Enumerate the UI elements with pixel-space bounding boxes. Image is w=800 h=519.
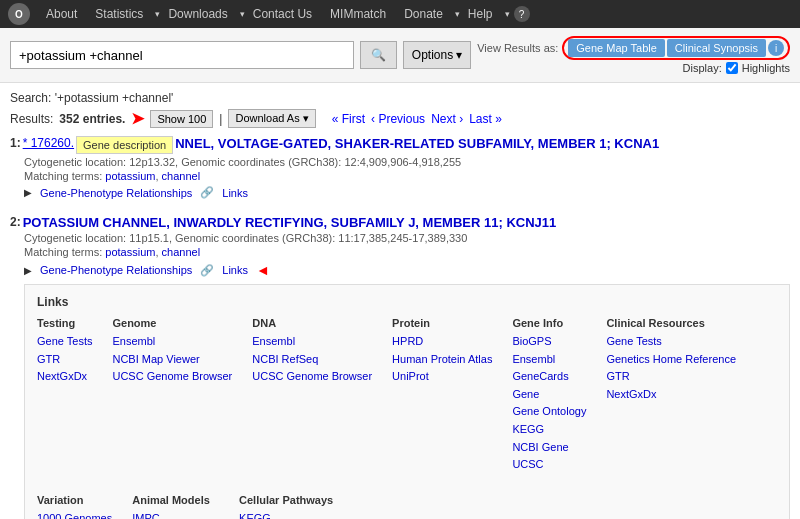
link-gene-tests-1[interactable]: Gene Tests — [37, 333, 92, 351]
link-ncbi-refseq[interactable]: NCBI RefSeq — [252, 351, 372, 369]
link-biogps[interactable]: BioGPS — [512, 333, 586, 351]
link-nextgxdx-1[interactable]: NextGxDx — [37, 368, 92, 386]
links-col-dna: DNA Ensembl NCBI RefSeq UCSC Genome Brow… — [252, 317, 372, 474]
links-box-header: Links — [37, 295, 777, 309]
link-ncbi-gene[interactable]: NCBI Gene — [512, 439, 586, 457]
search-input[interactable] — [10, 41, 354, 69]
nav-next[interactable]: Next › — [431, 112, 463, 126]
nav-about[interactable]: About — [38, 3, 85, 25]
nav-contact[interactable]: Contact Us — [245, 3, 320, 25]
result-2-links-link[interactable]: Links — [222, 264, 248, 276]
download-button[interactable]: Download As ▾ — [228, 109, 315, 128]
search-button[interactable]: 🔍 — [360, 41, 397, 69]
result-1-gene-phenotype-link[interactable]: Gene-Phenotype Relationships — [40, 187, 192, 199]
show-arrow-annotation: ➤ — [131, 109, 144, 128]
links-col-cellular-heading: Cellular Pathways — [239, 494, 333, 506]
links-col-clinical-heading: Clinical Resources — [606, 317, 736, 329]
link-uniprot[interactable]: UniProt — [392, 368, 492, 386]
link-genecards[interactable]: GeneCards — [512, 368, 586, 386]
gene-phenotype-triangle-icon: ▶ — [24, 187, 32, 198]
links-icon: 🔗 — [200, 186, 214, 199]
result-1-links-link[interactable]: Links — [222, 187, 248, 199]
link-gtr-clinical[interactable]: GTR — [606, 368, 736, 386]
results-meta: Results: 352 entries. ➤ Show 100 | Downl… — [10, 109, 790, 128]
result-1-title[interactable]: NNEL, VOLTAGE-GATED, SHAKER-RELATED SUBF… — [175, 136, 659, 151]
result-1-title-row: 1: * 176260. Gene description NNEL, VOLT… — [10, 136, 790, 154]
links-col-protein-heading: Protein — [392, 317, 492, 329]
link-kegg-cellular[interactable]: KEGG — [239, 510, 333, 519]
link-1000[interactable]: 1000 Genomes — [37, 510, 112, 519]
result-2-matching: Matching terms: potassium, channel — [24, 246, 790, 258]
result-1-sub-links: ▶ Gene-Phenotype Relationships 🔗 Links — [24, 186, 790, 199]
link-ensembl-genome[interactable]: Ensembl — [112, 333, 232, 351]
highlights-label: Highlights — [742, 62, 790, 74]
link-gtr-1[interactable]: GTR — [37, 351, 92, 369]
result-1-number: 1: — [10, 136, 21, 150]
info-icon[interactable]: i — [768, 40, 784, 56]
nav-last[interactable]: Last » — [469, 112, 502, 126]
search-query-display: Search: '+potassium +channel' — [10, 91, 790, 105]
result-1-link[interactable]: * 176260. — [23, 136, 74, 150]
result-1-term-potassium[interactable]: potassium — [105, 170, 155, 182]
show-100-button[interactable]: Show 100 — [150, 110, 213, 128]
result-1-cytogenetic: Cytogenetic location: 12p13.32, Genomic … — [24, 156, 790, 168]
result-2-title[interactable]: POTASSIUM CHANNEL, INWARDLY RECTIFYING, … — [23, 215, 557, 230]
gene-description-tooltip: Gene description — [76, 136, 173, 154]
view-results-label: View Results as: — [477, 42, 558, 54]
nav-donate-dropdown[interactable]: Donate▾ — [396, 3, 460, 25]
link-genetics-home[interactable]: Genetics Home Reference — [606, 351, 736, 369]
search-bar: 🔍 Options ▾ View Results as: Gene Map Ta… — [0, 28, 800, 83]
results-area: Search: '+potassium +channel' Results: 3… — [0, 83, 800, 519]
nav-mimmatch[interactable]: MIMmatch — [322, 3, 394, 25]
highlights-checkbox[interactable] — [726, 62, 738, 74]
result-entry-2: 2: POTASSIUM CHANNEL, INWARDLY RECTIFYIN… — [10, 215, 790, 519]
link-ensembl-geneinfo[interactable]: Ensembl — [512, 351, 586, 369]
links-col-genome-heading: Genome — [112, 317, 232, 329]
links-col-clinical: Clinical Resources Gene Tests Genetics H… — [606, 317, 736, 474]
display-row: Display: Highlights — [683, 62, 790, 74]
link-gene-tests-clinical[interactable]: Gene Tests — [606, 333, 736, 351]
link-ncbi-map-viewer[interactable]: NCBI Map Viewer — [112, 351, 232, 369]
links-columns: Testing Gene Tests GTR NextGxDx Genome E… — [37, 317, 777, 519]
result-2-term-potassium[interactable]: potassium — [105, 246, 155, 258]
result-2-sub-links: ▶ Gene-Phenotype Relationships 🔗 Links ◄ — [24, 262, 790, 278]
result-entry-1: 1: * 176260. Gene description NNEL, VOLT… — [10, 136, 790, 199]
link-hprd[interactable]: HPRD — [392, 333, 492, 351]
nav-help-dropdown[interactable]: Help▾ — [460, 3, 510, 25]
display-label: Display: — [683, 62, 722, 74]
result-2-gene-phenotype-link[interactable]: Gene-Phenotype Relationships — [40, 264, 192, 276]
links-col-genome: Genome Ensembl NCBI Map Viewer UCSC Geno… — [112, 317, 232, 474]
links-col-animal: Animal Models IMPC KOMP MGI Mouse Gene N… — [132, 494, 219, 519]
links-col-geneinfo: Gene Info BioGPS Ensembl GeneCards Gene … — [512, 317, 586, 474]
results-count: 352 entries. — [59, 112, 125, 126]
link-kegg-geneinfo[interactable]: KEGG — [512, 421, 586, 439]
link-ucsc-genome-browser[interactable]: UCSC Genome Browser — [252, 368, 372, 386]
links-arrow-annotation: ◄ — [256, 262, 270, 278]
help-question-icon[interactable]: ? — [514, 6, 530, 22]
link-gene[interactable]: Gene — [512, 386, 586, 404]
gene-map-table-button[interactable]: Gene Map Table — [568, 39, 665, 57]
link-impc[interactable]: IMPC — [132, 510, 219, 519]
link-nextgxdx-clinical[interactable]: NextGxDx — [606, 386, 736, 404]
links-col-variation: Variation 1000 Genomes ClinVar ExAC Beta… — [37, 494, 112, 519]
nav-first[interactable]: « First — [332, 112, 365, 126]
nav-statistics-dropdown[interactable]: Statistics▾ — [87, 3, 160, 25]
link-ucsc-genome[interactable]: UCSC Genome Browser — [112, 368, 232, 386]
nav-prev[interactable]: ‹ Previous — [371, 112, 425, 126]
result-1-term-channel[interactable]: channel — [162, 170, 201, 182]
result-2-term-channel[interactable]: channel — [162, 246, 201, 258]
site-logo: O — [8, 3, 30, 25]
top-navigation: O About Statistics▾ Downloads▾ Contact U… — [0, 0, 800, 28]
result-2-number: 2: — [10, 215, 21, 229]
clinical-synopsis-button[interactable]: Clinical Synopsis — [667, 39, 766, 57]
links-col-protein: Protein HPRD Human Protein Atlas UniProt — [392, 317, 492, 474]
nav-downloads-dropdown[interactable]: Downloads▾ — [160, 3, 244, 25]
link-ucsc[interactable]: UCSC — [512, 456, 586, 474]
result-2-title-row: 2: POTASSIUM CHANNEL, INWARDLY RECTIFYIN… — [10, 215, 790, 230]
link-gene-ontology[interactable]: Gene Ontology — [512, 403, 586, 421]
links-col-testing: Testing Gene Tests GTR NextGxDx — [37, 317, 92, 474]
link-human-protein[interactable]: Human Protein Atlas — [392, 351, 492, 369]
options-button[interactable]: Options ▾ — [403, 41, 471, 69]
link-ensembl-dna[interactable]: Ensembl — [252, 333, 372, 351]
result-2-cytogenetic: Cytogenetic location: 11p15.1, Genomic c… — [24, 232, 790, 244]
